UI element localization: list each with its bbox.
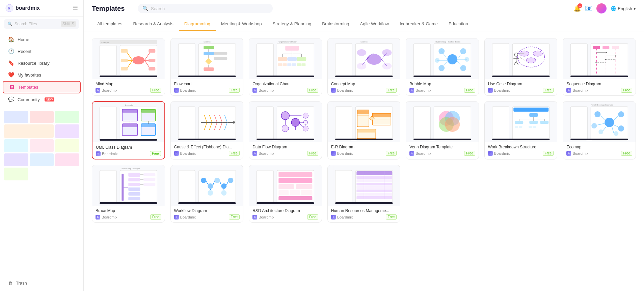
svg-rect-177: [372, 113, 391, 117]
template-card-rd-arch[interactable]: R&D Architecture Diagram b Boardmix Free: [249, 165, 322, 223]
file-thumb-2[interactable]: [30, 111, 54, 123]
svg-rect-283: [356, 183, 392, 185]
template-card-fishbone[interactable]: Cause & Effect (Fishbone) Dia... b Board…: [170, 101, 244, 159]
template-card-workflow[interactable]: Workflow Diagram b Boardmix Free: [170, 165, 244, 223]
svg-rect-57: [335, 43, 352, 77]
logo-area[interactable]: b boardmix: [5, 4, 40, 12]
svg-rect-285: [356, 190, 392, 192]
svg-rect-155: [257, 107, 273, 140]
tab-strategy[interactable]: Strategy & Planning: [267, 17, 317, 31]
notification-badge: 1: [578, 3, 582, 8]
svg-rect-139: [198, 107, 236, 140]
tab-meeting[interactable]: Meeting & Workshop: [216, 17, 267, 31]
file-thumb-4[interactable]: [4, 124, 54, 138]
file-thumb-1[interactable]: [4, 111, 28, 123]
template-thumb-workflow: [171, 165, 243, 206]
svg-rect-270: [278, 184, 294, 189]
template-info-bubble-map: Bubble Map b Boardmix Free: [406, 79, 479, 95]
svg-rect-32: [214, 52, 227, 55]
template-card-wbs[interactable]: Work Breakdown Structure b Boardmix Free: [484, 101, 558, 159]
sidebar-search[interactable]: 🔍 Search Files Shift S: [4, 19, 79, 29]
mail-button[interactable]: 📧: [585, 5, 592, 12]
svg-rect-287: [356, 196, 392, 199]
file-thumb-3[interactable]: [55, 111, 79, 123]
sidebar-item-templates[interactable]: 🖼 Templates: [3, 81, 81, 93]
tab-research[interactable]: Research & Analysis: [128, 17, 179, 31]
template-card-use-case[interactable]: Use Case Diagram b Boardmix Free: [484, 38, 558, 96]
svg-text:b: b: [8, 6, 10, 10]
svg-rect-213: [571, 107, 588, 140]
sidebar-item-favorites[interactable]: ❤️ My favorites: [3, 69, 81, 81]
template-info-mind-map: Mind Map b Boardmix Free: [92, 79, 165, 95]
header-search-input[interactable]: [151, 6, 268, 11]
svg-rect-13: [149, 67, 155, 70]
template-thumb-wbs: [485, 101, 557, 142]
sidebar-item-recent[interactable]: 🕐 Recent: [3, 46, 81, 57]
tab-brainstorming[interactable]: Brainstorming: [317, 17, 354, 31]
template-thumb-fishbone: [171, 101, 243, 142]
template-thumb-flowchart: Example: [171, 38, 243, 79]
template-card-er-diagram[interactable]: E-R Diagram b Boardmix Free: [327, 101, 401, 159]
svg-point-157: [281, 112, 289, 120]
svg-rect-291: [335, 202, 393, 204]
sidebar-item-trash[interactable]: 🗑 Trash: [3, 278, 81, 288]
tabs-left: All templates Research & Analysis Diagra…: [92, 17, 474, 31]
language-selector[interactable]: 🌐 English ▾: [611, 6, 636, 11]
tab-all-templates[interactable]: All templates: [92, 17, 128, 31]
header-search[interactable]: 🔍: [138, 4, 273, 13]
file-thumb-10[interactable]: [30, 153, 54, 166]
svg-rect-50: [287, 63, 291, 66]
template-card-uml-class[interactable]: Example: [92, 101, 165, 159]
template-card-data-flow[interactable]: Data Flow Diagram b Boardmix Free: [249, 101, 322, 159]
file-thumb-5[interactable]: [55, 124, 79, 138]
template-card-flowchart[interactable]: Example: [170, 38, 244, 96]
template-card-hr[interactable]: Human Resources Manageme... b Boardmix F…: [327, 165, 401, 223]
boardmix-author-icon: b: [96, 88, 100, 93]
svg-rect-192: [414, 139, 471, 140]
sidebar-logo: b boardmix ☰: [0, 0, 83, 17]
file-thumb-11[interactable]: [55, 153, 79, 166]
template-card-brace-map[interactable]: Brace Map Example: [92, 165, 165, 223]
svg-rect-247: [100, 202, 157, 204]
chevron-down-icon: ▾: [634, 6, 636, 11]
template-card-mind-map[interactable]: Example: [92, 38, 165, 96]
template-card-bubble-map[interactable]: Bubble Map - Coffee Beans: [406, 38, 479, 96]
file-thumb-6[interactable]: [4, 139, 28, 152]
nav-label-templates: Templates: [18, 85, 38, 90]
template-card-ecomap[interactable]: Family Ecomap Example: [563, 101, 636, 159]
file-grid: [3, 110, 81, 182]
tab-agile[interactable]: Agile Workflow: [355, 17, 395, 31]
tab-diagramming[interactable]: Diagramming: [179, 17, 216, 31]
sidebar-item-resource-library[interactable]: 🔖 Resource library: [3, 57, 81, 69]
sidebar: b boardmix ☰ 🔍 Search Files Shift S 🏠 Ho…: [0, 0, 84, 291]
sidebar-collapse-icon[interactable]: ☰: [73, 4, 78, 12]
file-thumb-8[interactable]: [55, 139, 79, 152]
author-name: Boardmix: [102, 88, 117, 92]
svg-rect-196: [513, 108, 548, 112]
trash-icon: 🗑: [8, 281, 12, 286]
notification-button[interactable]: 🔔 1: [573, 5, 581, 12]
nav-label-recent: Recent: [18, 49, 31, 54]
template-meta-mind-map: b Boardmix Free: [96, 88, 161, 93]
svg-point-93: [533, 51, 542, 56]
language-label: English: [618, 6, 632, 11]
svg-text:Brace Map Example: Brace Map Example: [122, 168, 140, 170]
sidebar-nav: 🏠 Home 🕐 Recent 🔖 Resource library ❤️ My…: [0, 31, 83, 108]
file-thumb-12[interactable]: [4, 168, 28, 180]
tab-icebreaker[interactable]: Icebreaker & Game: [394, 17, 443, 31]
template-card-sequence[interactable]: Sequence Diagram b Boardmix Free: [563, 38, 636, 96]
file-thumb-7[interactable]: [30, 139, 54, 152]
template-card-org-chart[interactable]: Organizational Chart: [249, 38, 322, 96]
sidebar-item-home[interactable]: 🏠 Home: [3, 34, 81, 45]
tab-education[interactable]: Education: [443, 17, 474, 31]
svg-rect-39: [285, 46, 299, 51]
template-card-concept-map[interactable]: Example: [327, 38, 401, 96]
sidebar-item-community[interactable]: 💬 Community NEW: [3, 94, 81, 105]
file-thumb-9[interactable]: [4, 153, 28, 166]
template-card-venn[interactable]: Venn Diagram Template b Boardmix Free: [406, 101, 479, 159]
user-avatar[interactable]: [596, 3, 607, 13]
svg-point-94: [526, 58, 536, 63]
svg-rect-264: [178, 202, 236, 204]
svg-point-191: [445, 117, 460, 132]
nav-label-home: Home: [18, 37, 29, 42]
